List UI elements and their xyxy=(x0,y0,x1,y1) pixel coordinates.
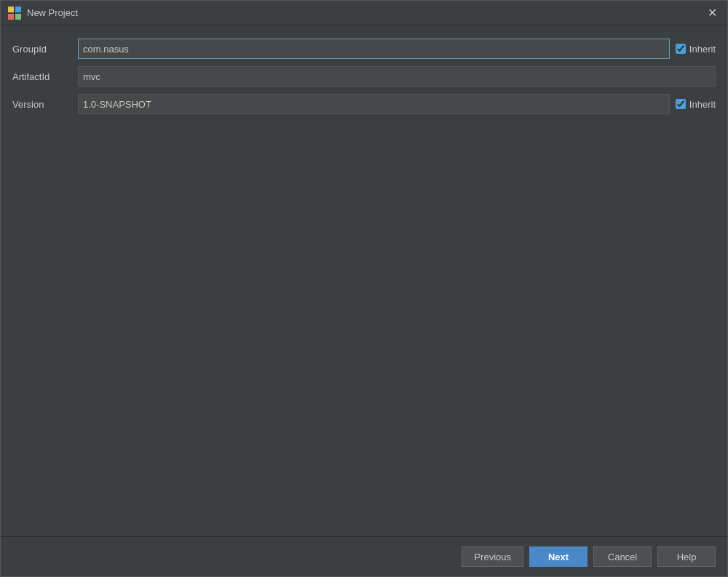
title-bar: New Project ✕ xyxy=(1,1,727,25)
artifactid-input[interactable] xyxy=(78,66,716,87)
dialog-window: New Project ✕ GroupId Inherit ArtifactId xyxy=(0,0,728,577)
groupid-row: GroupId Inherit xyxy=(12,37,716,60)
window-title: New Project xyxy=(27,7,704,18)
project-icon xyxy=(8,7,21,20)
version-input-wrapper: Inherit xyxy=(78,94,716,114)
artifactid-input-wrapper xyxy=(78,66,716,87)
groupid-input-wrapper: Inherit xyxy=(78,39,716,59)
svg-rect-2 xyxy=(8,14,14,20)
version-inherit-label: Inherit xyxy=(689,99,716,110)
previous-button[interactable]: Previous xyxy=(462,546,523,567)
close-button[interactable]: ✕ xyxy=(704,5,720,21)
version-inherit-wrapper: Inherit xyxy=(676,99,716,110)
groupid-input[interactable] xyxy=(78,39,670,59)
svg-rect-3 xyxy=(15,14,21,20)
next-button[interactable]: Next xyxy=(529,546,587,567)
version-label: Version xyxy=(12,99,78,110)
artifactid-label: ArtifactId xyxy=(12,71,78,82)
artifactid-row: ArtifactId xyxy=(12,65,716,88)
version-input[interactable] xyxy=(78,94,670,114)
version-inherit-checkbox[interactable] xyxy=(676,99,686,109)
cancel-button[interactable]: Cancel xyxy=(593,546,652,567)
close-icon: ✕ xyxy=(708,6,717,20)
help-button[interactable]: Help xyxy=(657,546,716,567)
footer: Previous Next Cancel Help xyxy=(1,536,727,576)
groupid-inherit-label: Inherit xyxy=(689,44,716,55)
groupid-label: GroupId xyxy=(12,44,78,55)
groupid-inherit-wrapper: Inherit xyxy=(676,44,716,55)
content-area: GroupId Inherit ArtifactId Version xyxy=(1,25,727,536)
svg-rect-0 xyxy=(8,7,14,12)
svg-rect-1 xyxy=(15,7,21,12)
version-row: Version Inherit xyxy=(12,92,716,116)
groupid-inherit-checkbox[interactable] xyxy=(676,44,686,54)
